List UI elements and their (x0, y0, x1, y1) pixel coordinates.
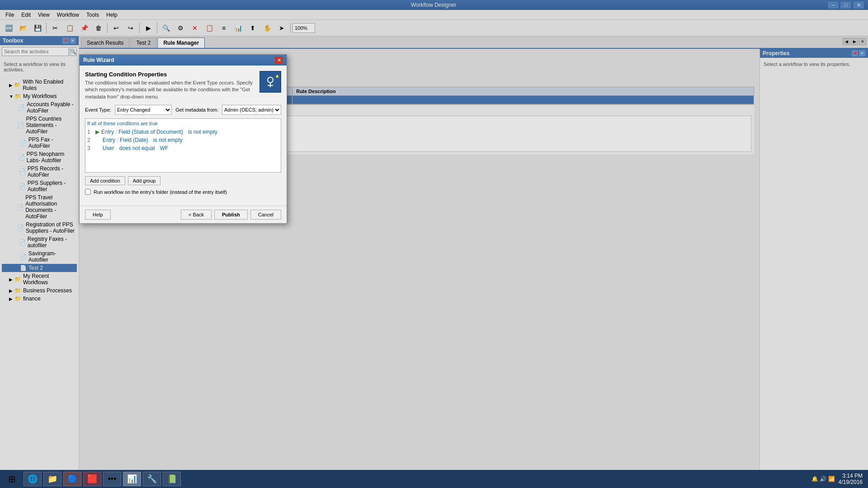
taskbar-powerpoint[interactable]: 📊 (123, 472, 141, 486)
condition-field-link-1[interactable]: Entry : Field (Status of Document) (101, 129, 183, 135)
dialog-footer: Help < Back Publish Cancel (80, 206, 287, 223)
event-type-select[interactable]: Entry Changed Entry Created Entry Moved … (115, 105, 172, 115)
footer-spacer (113, 210, 178, 220)
condition-row-2: 2 Entry : Field (Date) is not empty (87, 136, 279, 144)
condition-op-1 (185, 129, 186, 135)
get-metadata-label: Get metadata from: (175, 107, 218, 113)
taskbar-dots[interactable]: ••• (103, 472, 121, 486)
taskbar-excel[interactable]: 📗 (163, 472, 181, 486)
condition-op-3b (156, 145, 158, 151)
condition-num: 3 (87, 145, 94, 151)
dialog-conditions-area: If all of these conditions are true 1 ▶ … (85, 118, 281, 173)
taskbar-time-value: 3:14 PM (839, 473, 863, 479)
dialog-condition-buttons: Add condition Add group (85, 176, 281, 185)
dialog-content: Starting Condition Properties The condit… (80, 66, 287, 206)
condition-value-link-3[interactable]: WF (160, 145, 169, 151)
svg-text:★: ★ (275, 74, 278, 80)
taskbar-right: 🔔 🔊 📶 3:14 PM 4/19/2016 (811, 473, 866, 485)
condition-num: 2 (87, 137, 94, 143)
dialog-wizard-icon: ★ (259, 71, 281, 93)
dialog-header-desc: The conditions below will be evaluated w… (85, 80, 254, 100)
dialog-header-title: Starting Condition Properties (85, 71, 254, 78)
condition-op-link-3[interactable]: does not equal (119, 145, 155, 151)
taskbar-clock: 3:14 PM 4/19/2016 (839, 473, 863, 485)
folder-checkbox[interactable] (85, 189, 91, 195)
folder-checkbox-label: Run workflow on the entry's folder (inst… (94, 189, 227, 195)
taskbar-icons: 🔔 🔊 📶 (811, 476, 835, 482)
back-button[interactable]: < Back (181, 210, 212, 220)
condition-row-3: 3 User does not equal WF (87, 144, 279, 152)
dialog-form-row: Event Type: Entry Changed Entry Created … (85, 105, 281, 115)
condition-num: 1 (87, 129, 94, 135)
rule-wizard-dialog: Rule Wizard ✕ Starting Condition Propert… (79, 54, 287, 224)
condition-op-2 (150, 137, 151, 143)
cancel-button[interactable]: Cancel (250, 210, 281, 220)
condition-value-link-1[interactable]: is not empty (188, 129, 217, 135)
condition-row-1: 1 ▶ Entry : Field (Status of Document) i… (87, 128, 279, 136)
condition-op-3 (116, 145, 117, 151)
dialog-close-button[interactable]: ✕ (275, 56, 283, 64)
taskbar-chrome[interactable]: 🔵 (63, 472, 81, 486)
condition-all-text[interactable]: If all of these conditions are true (87, 121, 279, 126)
taskbar: ⊞ 🌐 📁 🔵 🟥 ••• 📊 🔧 📗 🔔 🔊 📶 3:14 PM 4/19/2… (0, 470, 868, 488)
dialog-header-section: Starting Condition Properties The condit… (85, 71, 281, 100)
dialog-overlay: Rule Wizard ✕ Starting Condition Propert… (0, 0, 868, 470)
publish-button[interactable]: Publish (214, 210, 248, 220)
dialog-header-text: Starting Condition Properties The condit… (85, 71, 254, 100)
condition-field-link-3[interactable]: User (103, 145, 114, 151)
condition-value-link-2[interactable]: is not empty (153, 137, 183, 143)
help-button[interactable]: Help (85, 210, 111, 220)
dialog-title-bar: Rule Wizard ✕ (80, 55, 287, 66)
dialog-checkbox-row: Run workflow on the entry's folder (inst… (85, 189, 281, 195)
condition-field-link-2[interactable]: Entry : Field (Date) (103, 137, 148, 143)
event-type-label: Event Type: (85, 107, 111, 113)
start-button[interactable]: ⊞ (2, 472, 22, 486)
condition-arrow-icon: ▶ (95, 129, 99, 135)
taskbar-app2[interactable]: 🟥 (83, 472, 101, 486)
taskbar-date-value: 4/19/2016 (839, 479, 863, 485)
taskbar-explorer[interactable]: 📁 (43, 472, 61, 486)
add-group-button[interactable]: Add group (128, 176, 161, 185)
dialog-title: Rule Wizard (83, 57, 114, 63)
get-metadata-select[interactable]: Admin (OECS; admin) (222, 105, 281, 115)
taskbar-ie[interactable]: 🌐 (24, 472, 42, 486)
add-condition-button[interactable]: Add condition (85, 176, 125, 185)
taskbar-settings[interactable]: 🔧 (143, 472, 161, 486)
